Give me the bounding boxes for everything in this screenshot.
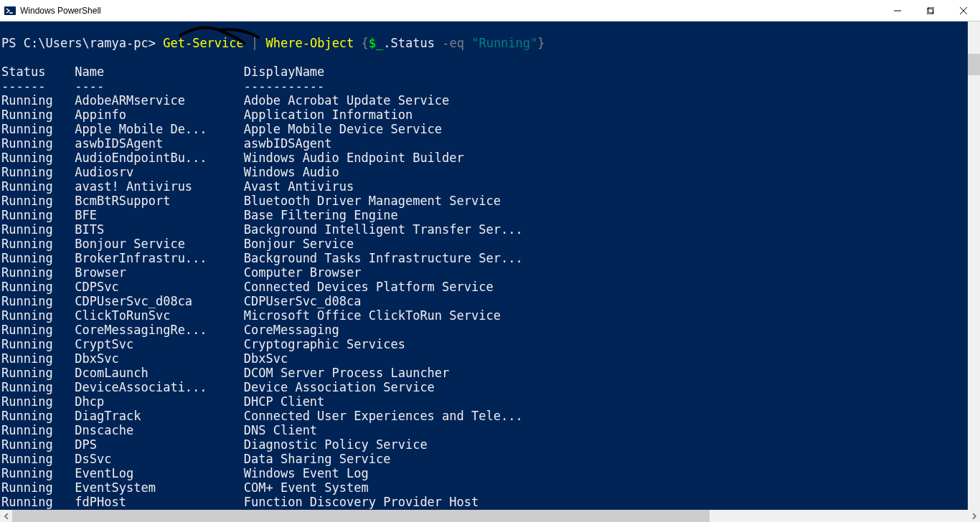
service-row: Running DiagTrack Connected User Experie… (1, 409, 980, 423)
service-row: Running BcmBtRSupport Bluetooth Driver M… (1, 194, 980, 208)
service-row: Running CoreMessagingRe... CoreMessaging (1, 323, 980, 337)
service-row: Running ClickToRunSvc Microsoft Office C… (1, 308, 980, 323)
powershell-icon (4, 5, 16, 16)
service-row: Running EventLog Windows Event Log (1, 466, 980, 480)
scroll-right-button[interactable] (968, 510, 980, 522)
service-row: Running avast! Antivirus Avast Antivirus (1, 179, 980, 194)
brace-open: { (354, 36, 368, 50)
dot-status: .Status (383, 36, 442, 50)
command-where-object: Where-Object (266, 36, 354, 50)
close-icon (960, 7, 967, 14)
service-row: Running DPS Diagnostic Policy Service (1, 437, 980, 452)
service-row: Running DeviceAssociati... Device Associ… (1, 380, 980, 394)
underline-row: ------ ---- ----------- (1, 79, 980, 93)
dollar-underscore: $_ (369, 36, 383, 50)
brace-close: } (537, 36, 545, 50)
service-row: Running DbxSvc DbxSvc (1, 351, 980, 366)
string-running: "Running" (471, 36, 537, 50)
eq-operator: -eq (442, 36, 464, 50)
horizontal-scrollbar[interactable] (0, 510, 980, 522)
titlebar[interactable]: Windows PowerShell (0, 0, 980, 22)
svg-rect-4 (928, 7, 934, 13)
prompt-line: PS C:\Users\ramya-pc> Get-Service | Wher… (1, 36, 980, 50)
service-row: Running aswbIDSAgent aswbIDSAgent (1, 136, 980, 151)
app-icon (0, 5, 20, 16)
command-get-service: Get-Service (163, 36, 244, 50)
console-area: PS C:\Users\ramya-pc> Get-Service | Wher… (0, 22, 980, 522)
scroll-left-button[interactable] (0, 510, 12, 522)
service-row: Running Dnscache DNS Client (1, 423, 980, 437)
minimize-button[interactable] (881, 0, 914, 22)
maximize-button[interactable] (914, 0, 947, 22)
service-row: Running Audiosrv Windows Audio (1, 165, 980, 179)
prompt-ps: PS (1, 36, 24, 50)
service-row: Running Apple Mobile De... Apple Mobile … (1, 122, 980, 136)
service-row: Running BITS Background Intelligent Tran… (1, 222, 980, 237)
service-row: Running Dhcp DHCP Client (1, 394, 980, 409)
service-row: Running AdobeARMservice Adobe Acrobat Up… (1, 93, 980, 108)
service-row: Running Appinfo Application Information (1, 108, 980, 122)
service-row: Running AudioEndpointBu... Windows Audio… (1, 151, 980, 165)
vertical-scrollbar[interactable] (968, 22, 980, 510)
service-row: Running EventSystem COM+ Event System (1, 480, 980, 495)
prompt-path: C:\Users\ramya-pc> (24, 36, 156, 50)
service-row: Running CDPUserSvc_d08ca CDPUserSvc_d08c… (1, 294, 980, 308)
svg-rect-3 (927, 9, 933, 14)
service-row: Running fdPHost Function Discovery Provi… (1, 495, 980, 509)
pipe-operator: | (244, 36, 266, 50)
blank-line (1, 22, 980, 36)
service-row: Running DsSvc Data Sharing Service (1, 452, 980, 466)
chevron-right-icon (971, 513, 977, 519)
service-row: Running DcomLaunch DCOM Server Process L… (1, 366, 980, 380)
chevron-left-icon (4, 513, 9, 519)
header-row: Status Name DisplayName (1, 65, 980, 79)
console-output[interactable]: PS C:\Users\ramya-pc> Get-Service | Wher… (0, 22, 980, 510)
service-row: Running BFE Base Filtering Engine (1, 208, 980, 222)
close-button[interactable] (947, 0, 980, 22)
service-row: Running Bonjour Service Bonjour Service (1, 237, 980, 251)
vertical-scroll-thumb[interactable] (968, 54, 980, 75)
service-row: Running CryptSvc Cryptographic Services (1, 337, 980, 351)
service-row: Running Browser Computer Browser (1, 265, 980, 280)
minimize-icon (894, 7, 901, 14)
service-row: Running CDPSvc Connected Devices Platfor… (1, 280, 980, 294)
horizontal-scroll-track[interactable] (12, 510, 968, 522)
blank-line (1, 50, 980, 65)
horizontal-scroll-thumb[interactable] (12, 510, 710, 522)
powershell-window: Windows PowerShell PS C:\Users\ramya-pc>… (0, 0, 980, 522)
window-title: Windows PowerShell (20, 6, 101, 16)
maximize-icon (927, 7, 934, 14)
service-row: Running BrokerInfrastru... Background Ta… (1, 251, 980, 265)
